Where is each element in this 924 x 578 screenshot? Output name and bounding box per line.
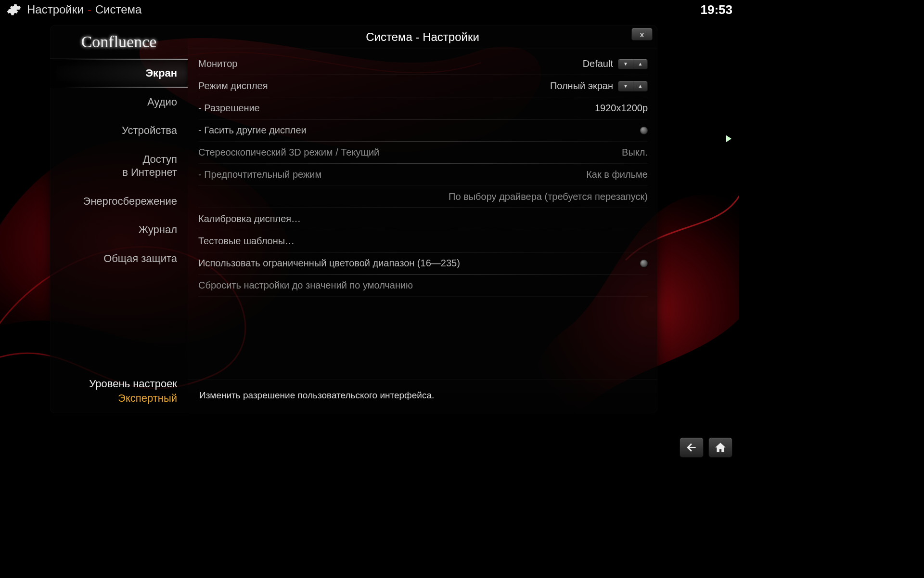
chevron-down-icon[interactable]: ▼ <box>618 59 633 69</box>
row-monitor[interactable]: Монитор Default ▼ ▲ <box>198 53 648 75</box>
main-header: Система - Настройки x <box>188 25 657 49</box>
chevron-down-icon[interactable]: ▼ <box>618 81 633 91</box>
top-bar: Настройки - Система 19:53 <box>0 0 739 19</box>
footer-hint: Изменить разрешение пользовательского ин… <box>188 379 657 413</box>
row-label: Использовать ограниченный цветовой диапа… <box>198 258 460 269</box>
main-title: Система - Настройки <box>366 30 479 44</box>
row-resolution[interactable]: Разрешение 1920x1200p <box>198 97 648 119</box>
home-button[interactable] <box>708 437 732 458</box>
row-label: Калибровка дисплея… <box>198 213 301 224</box>
chevron-up-icon[interactable]: ▲ <box>633 81 647 91</box>
clock: 19:53 <box>701 2 733 17</box>
home-icon <box>714 441 727 454</box>
chevron-up-icon[interactable]: ▲ <box>633 59 647 69</box>
row-stereo3d[interactable]: Стереоскопический 3D режим / Текущий Вык… <box>198 142 648 164</box>
row-label: Тестовые шаблоны… <box>198 236 295 247</box>
row-label: Монитор <box>198 58 237 69</box>
sidebar-item-security[interactable]: Общая защита <box>50 244 188 273</box>
gear-icon <box>7 2 21 17</box>
main-area: Система - Настройки x Монитор Default ▼ … <box>188 25 657 413</box>
sidebar-item-label: Журнал <box>139 223 177 236</box>
row-value: Выкл. <box>622 147 648 158</box>
sidebar-items: Экран Аудио Устройства Доступ в Интернет… <box>50 59 188 273</box>
row-label: Гасить другие дисплеи <box>198 125 307 136</box>
brand-logo: Confluence <box>50 25 188 59</box>
row-label: Стереоскопический 3D режим / Текущий <box>198 147 379 158</box>
sidebar-item-devices[interactable]: Устройства <box>50 116 188 145</box>
sidebar-item-label: Аудио <box>147 96 177 108</box>
row-label: Разрешение <box>198 103 260 114</box>
settings-level[interactable]: Уровень настроек Экспертный <box>50 371 188 413</box>
nav-buttons <box>680 437 732 458</box>
row-value: 1920x1200p <box>595 103 648 114</box>
sidebar-item-audio[interactable]: Аудио <box>50 88 188 117</box>
sidebar-item-label: Энергосбережение <box>83 195 177 207</box>
sidebar-item-label: Общая защита <box>103 252 177 264</box>
row-label: Режим дисплея <box>198 80 268 92</box>
arrow-left-icon <box>685 441 698 454</box>
spinner-control[interactable]: ▼ ▲ <box>618 81 648 92</box>
sidebar-item-label: Экран <box>145 67 177 79</box>
radio-indicator[interactable] <box>640 260 648 267</box>
sidebar-item-label: Устройства <box>122 124 177 136</box>
breadcrumb-part2: Система <box>95 3 142 16</box>
sidebar-item-internet[interactable]: Доступ в Интернет <box>50 145 188 187</box>
row-calibrate[interactable]: Калибровка дисплея… <box>198 208 648 230</box>
radio-indicator[interactable] <box>640 127 648 134</box>
settings-level-value: Экспертный <box>55 392 177 405</box>
row-reset-defaults[interactable]: Сбросить настройки до значений по умолча… <box>198 275 648 297</box>
cursor-icon <box>726 135 732 142</box>
sidebar-item-power[interactable]: Энергосбережение <box>50 187 188 216</box>
spinner-control[interactable]: ▼ ▲ <box>618 59 648 69</box>
sidebar-item-label: Доступ в Интернет <box>122 153 177 179</box>
row-value: По выбору драйвера (требуется перезапуск… <box>449 191 648 202</box>
row-limited-range[interactable]: Использовать ограниченный цветовой диапа… <box>198 252 648 275</box>
row-label: Предпочтительный режим <box>198 169 321 180</box>
settings-level-label: Уровень настроек <box>55 378 177 390</box>
back-button[interactable] <box>680 437 704 458</box>
sidebar-item-screen[interactable]: Экран <box>50 59 188 88</box>
close-button[interactable]: x <box>631 28 653 40</box>
row-test-patterns[interactable]: Тестовые шаблоны… <box>198 230 648 252</box>
settings-panel: Confluence Экран Аудио Устройства Доступ… <box>50 25 657 413</box>
sidebar-item-log[interactable]: Журнал <box>50 215 188 244</box>
row-blank-other[interactable]: Гасить другие дисплеи <box>198 119 648 142</box>
row-value: Default <box>583 58 613 69</box>
close-icon: x <box>640 30 644 39</box>
sidebar: Confluence Экран Аудио Устройства Доступ… <box>50 25 188 413</box>
row-value: Как в фильме <box>586 169 648 180</box>
row-preferred-mode[interactable]: Предпочтительный режим Как в фильме <box>198 164 648 186</box>
breadcrumb-part1: Настройки <box>27 3 84 16</box>
row-value: Полный экран <box>550 80 613 92</box>
settings-rows: Монитор Default ▼ ▲ Режим дисплея Полный… <box>188 49 657 297</box>
row-display-mode[interactable]: Режим дисплея Полный экран ▼ ▲ <box>198 75 648 97</box>
row-label: Сбросить настройки до значений по умолча… <box>198 280 413 291</box>
breadcrumb-separator: - <box>88 3 91 16</box>
row-driver-choice[interactable]: По выбору драйвера (требуется перезапуск… <box>198 186 648 208</box>
